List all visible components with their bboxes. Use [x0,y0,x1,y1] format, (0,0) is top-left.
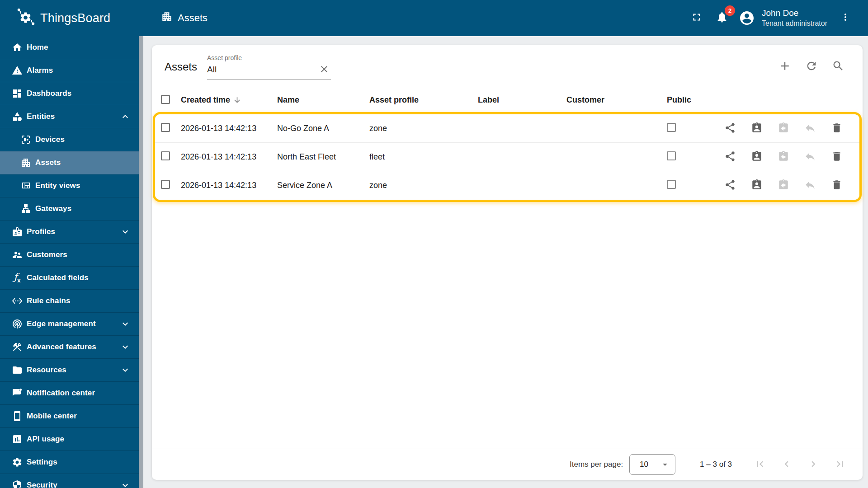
delete-button[interactable] [828,119,846,137]
add-asset-button[interactable] [776,58,794,76]
public-checkbox[interactable] [667,123,676,132]
calculated-fields-icon: ƒx [12,272,23,283]
table-empty-area [152,202,863,449]
sidebar-item-label: Assets [35,158,61,167]
chevron-left-icon [781,458,793,471]
row-checkbox[interactable] [161,151,170,160]
first-page-button[interactable] [751,455,769,474]
sidebar-item-home[interactable]: Home [0,36,139,59]
column-header-name[interactable]: Name [277,95,369,105]
sidebar-item-label: Notification center [27,389,95,398]
sidebar-item-label: Settings [27,458,57,467]
avatar[interactable] [739,10,755,26]
paginator: Items per page: 10 1 – 3 of 3 [152,449,863,480]
chevron-up-icon [120,111,131,122]
undo-button[interactable] [802,177,819,195]
sidebar-item-entities[interactable]: Entities [0,105,139,128]
unassign-from-customer-button[interactable] [774,177,792,195]
search-button[interactable] [829,58,847,76]
assign-to-customer-button[interactable] [748,148,765,166]
entities-icon [12,111,23,122]
assign-to-customer-button[interactable] [748,177,765,195]
sidebar-item-label: API usage [27,435,64,444]
asset-profile-filter[interactable]: Asset profile All [207,53,331,80]
row-checkbox[interactable] [161,180,170,189]
column-header-label[interactable]: Label [478,95,566,105]
chevron-right-icon [807,458,819,471]
sidebar-item-label: Alarms [27,66,53,75]
sidebar-item-label: Entities [27,112,55,121]
unassign-from-customer-button[interactable] [774,148,792,166]
assets-table-card: Assets Asset profile All [152,45,863,480]
sidebar-item-settings[interactable]: Settings [0,451,139,474]
more-menu-button[interactable] [839,9,852,27]
sidebar-item-mobile-center[interactable]: Mobile center [0,405,139,428]
fullscreen-icon [691,11,703,24]
public-checkbox[interactable] [667,180,676,189]
last-page-button[interactable] [831,455,849,474]
undo-button[interactable] [802,148,819,166]
sidebar-item-label: Entity views [35,181,80,190]
public-checkbox[interactable] [667,151,676,160]
column-header-created-time[interactable]: Created time [181,95,277,105]
share-icon [724,150,736,164]
refresh-button[interactable] [802,58,821,76]
select-all-checkbox[interactable] [161,95,170,104]
user-role: Tenant administrator [762,19,827,28]
chevron-down-icon [120,226,131,237]
sidebar-item-gateways[interactable]: Gateways [0,197,139,221]
edge-management-icon [12,319,23,329]
user-info[interactable]: John Doe Tenant administrator [762,8,827,28]
next-page-button[interactable] [804,455,822,474]
items-per-page-select[interactable]: 10 [629,454,675,475]
sidebar-item-label: Rule chains [27,296,71,305]
page-range-label: 1 – 3 of 3 [700,460,732,469]
sidebar-item-notification-center[interactable]: Notification center [0,382,139,405]
sidebar-item-customers[interactable]: Customers [0,244,139,267]
sidebar-scrollbar-thumb[interactable] [139,36,143,488]
share-button[interactable] [721,148,739,166]
apartment-icon [161,11,173,25]
fullscreen-button[interactable] [688,9,706,27]
cell-profile: fleet [369,152,478,162]
app-name: ThingsBoard [40,11,110,25]
mobile-center-icon [12,411,23,422]
sidebar-item-profiles[interactable]: Profiles [0,221,139,244]
home-icon [12,42,23,53]
table-row[interactable]: 2026-01-13 14:42:13North East Fleetfleet [155,143,859,171]
share-button[interactable] [721,119,739,137]
assign-customer-icon [751,179,763,192]
sidebar-item-security[interactable]: Security [0,474,139,488]
column-header-public[interactable]: Public [667,95,721,105]
filter-value: All [207,65,317,75]
previous-page-button[interactable] [778,455,796,474]
column-header-customer[interactable]: Customer [566,95,667,105]
table-row[interactable]: 2026-01-13 14:42:13Service Zone Azone [155,171,859,200]
sidebar-item-rule-chains[interactable]: Rule chains [0,290,139,313]
sidebar-item-label: Profiles [27,227,55,236]
sidebar-item-edge-management[interactable]: Edge management [0,313,139,336]
table-row[interactable]: 2026-01-13 14:42:13No-Go Zone Azone [155,114,859,143]
sidebar-item-entity-views[interactable]: Entity views [0,174,139,197]
sidebar-item-dashboards[interactable]: Dashboards [0,82,139,105]
sidebar-item-resources[interactable]: Resources [0,359,139,382]
sidebar-item-devices[interactable]: Devices [0,128,139,151]
share-button[interactable] [721,177,739,195]
assign-to-customer-button[interactable] [748,119,765,137]
sidebar-item-calculated-fields[interactable]: ƒxCalculated fields [0,267,139,290]
sidebar-scrollbar[interactable] [139,36,143,488]
app-logo[interactable]: ThingsBoard [15,7,110,29]
cell-created: 2026-01-13 14:42:13 [181,152,277,162]
delete-button[interactable] [828,148,846,166]
sidebar-item-api-usage[interactable]: API usage [0,428,139,451]
column-header-asset-profile[interactable]: Asset profile [369,95,478,105]
clear-filter-button[interactable] [317,63,331,76]
undo-button[interactable] [802,119,819,137]
sidebar-item-alarms[interactable]: Alarms [0,59,139,82]
delete-button[interactable] [828,177,846,195]
sidebar-item-advanced-features[interactable]: Advanced features [0,336,139,359]
security-icon [12,480,23,488]
sidebar-item-assets[interactable]: Assets [0,151,139,174]
row-checkbox[interactable] [161,123,170,132]
unassign-from-customer-button[interactable] [774,119,792,137]
